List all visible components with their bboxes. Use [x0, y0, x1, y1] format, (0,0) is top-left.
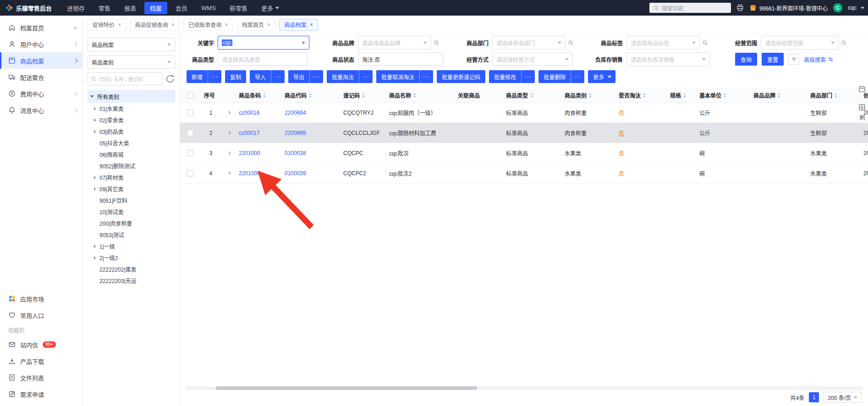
- cell-obsolete-value[interactable]: 否: [619, 110, 624, 117]
- mode-select[interactable]: 请选择经营方式: [492, 52, 573, 66]
- column-header-obsolete[interactable]: 是否淘汰: [615, 91, 666, 99]
- sort-icon[interactable]: [413, 93, 416, 98]
- more-options-icon[interactable]: ···: [271, 73, 285, 80]
- sidebar-item-0[interactable]: 档案首页«: [0, 19, 82, 36]
- close-icon[interactable]: ×: [309, 22, 313, 28]
- tab-1[interactable]: 商品促销查询×: [130, 19, 180, 31]
- search-icon[interactable]: [568, 40, 574, 46]
- tab-3[interactable]: 档案首页×: [237, 19, 276, 31]
- tree-item-4[interactable]: 06|微商城: [88, 149, 175, 160]
- column-header-unit[interactable]: 基本单位: [696, 91, 750, 99]
- sort-icon[interactable]: [683, 93, 686, 98]
- column-header-brand[interactable]: 商品品牌: [750, 91, 807, 99]
- status-input[interactable]: 淘汰:否: [358, 52, 443, 66]
- column-header-spec[interactable]: 规格: [666, 91, 696, 99]
- table-row-1[interactable]: 1cz000162200694CQCQTRYJcqc前腿肉（一级）标准商品肉食称…: [180, 103, 868, 123]
- select-all-checkbox[interactable]: [187, 92, 193, 99]
- expand-icon[interactable]: [94, 187, 96, 191]
- search-icon[interactable]: [434, 40, 439, 46]
- sidebar-tool-3[interactable]: 需求申请: [0, 386, 82, 402]
- tree-item-8[interactable]: 9051|F饮料: [88, 195, 175, 206]
- grid-icon[interactable]: [858, 104, 866, 111]
- expand-row-icon[interactable]: [226, 172, 231, 175]
- topnav-item-1[interactable]: 零售: [93, 2, 116, 14]
- horizontal-scrollbar-thumb[interactable]: [216, 386, 477, 390]
- sort-icon[interactable]: [309, 93, 312, 98]
- toolbar-button-5[interactable]: 批量取消淘汰···: [376, 70, 433, 83]
- column-header-type[interactable]: 商品类型: [502, 91, 561, 99]
- sidebar-item-5[interactable]: 消息中心: [0, 102, 82, 118]
- sidebar-shortcut-1[interactable]: 常用入口: [0, 307, 82, 323]
- close-icon[interactable]: ×: [225, 22, 228, 28]
- topnav-item-5[interactable]: WMS: [196, 3, 221, 13]
- printer-icon[interactable]: [736, 4, 744, 11]
- department-select[interactable]: 请选择商品部门: [492, 36, 566, 50]
- cell-obsolete-value[interactable]: 否: [619, 171, 624, 177]
- toolbar-button-6[interactable]: 批量更新速记码: [437, 70, 485, 83]
- sidebar-tool-2[interactable]: 文件列表: [0, 369, 82, 386]
- table-row-2[interactable]: 2cz000172200695CQCLCCLJGFcqc腊肠材料加工费标准商品肉…: [180, 123, 868, 143]
- sidebar-item-3[interactable]: 配送聚合: [0, 69, 82, 85]
- more-options-icon[interactable]: ···: [310, 73, 323, 80]
- tree-item-12[interactable]: 1|一级: [88, 240, 175, 252]
- sidebar-shortcut-0[interactable]: 应用市场: [0, 290, 82, 307]
- column-header-department[interactable]: 商品部门: [807, 91, 860, 99]
- expand-icon[interactable]: [94, 245, 96, 248]
- tree-item-3[interactable]: 05|抖音大类: [88, 137, 175, 149]
- tenant-switcher[interactable]: 99661-新界面环境-管理中心: [749, 4, 828, 12]
- expand-icon[interactable]: [94, 130, 96, 133]
- expand-icon[interactable]: [94, 256, 96, 260]
- tree-item-5[interactable]: 9052|删除测试: [88, 160, 175, 172]
- sort-icon[interactable]: [362, 93, 365, 98]
- cell-code-value[interactable]: 0100038: [285, 150, 306, 156]
- page-1-button[interactable]: 1: [809, 392, 819, 402]
- row-checkbox[interactable]: [187, 130, 193, 136]
- tab-0[interactable]: 促销特价×: [88, 19, 126, 31]
- sidebar-item-4[interactable]: 费用中心: [0, 85, 82, 102]
- sort-icon[interactable]: [724, 93, 726, 98]
- sidebar-item-2[interactable]: 商品档案: [0, 52, 82, 69]
- close-icon[interactable]: ×: [267, 22, 271, 28]
- more-options-icon[interactable]: ···: [522, 73, 535, 80]
- reset-button[interactable]: 重置: [762, 53, 784, 66]
- more-options-icon[interactable]: ···: [571, 73, 584, 80]
- more-options-icon[interactable]: ···: [359, 73, 373, 80]
- column-header-category[interactable]: 商品类别: [561, 91, 615, 99]
- archive-select[interactable]: 商品档案: [88, 38, 175, 51]
- search-icon[interactable]: [702, 40, 708, 46]
- more-options-icon[interactable]: ···: [208, 73, 221, 80]
- close-icon[interactable]: ×: [171, 22, 175, 28]
- table-row-3[interactable]: 322010000100038CQCPCcqc批次标准商品水果类否碗水果类202: [180, 143, 868, 163]
- tree-root-all-categories[interactable]: 所有类别: [88, 90, 175, 103]
- expand-icon[interactable]: [94, 176, 96, 179]
- sort-icon[interactable]: [835, 93, 837, 98]
- sort-icon[interactable]: [778, 93, 780, 98]
- cell-barcode-value[interactable]: cz00017: [239, 130, 259, 136]
- cell-barcode-value[interactable]: 2201000: [239, 170, 260, 177]
- tree-item-2[interactable]: 03|奶品类: [88, 126, 175, 137]
- expand-icon[interactable]: [94, 107, 96, 111]
- category-search-input[interactable]: 代码 | 名称 | 速记码: [88, 72, 162, 85]
- toolbar-button-3[interactable]: 导出···: [288, 70, 323, 83]
- category-mode-select[interactable]: 商品类别: [88, 55, 175, 69]
- more-options-icon[interactable]: ···: [420, 73, 433, 80]
- row-checkbox[interactable]: [187, 110, 193, 116]
- cell-barcode-value[interactable]: cz00016: [239, 110, 259, 116]
- tree-item-7[interactable]: 09|其它类: [88, 183, 175, 195]
- user-menu[interactable]: cqc: [848, 5, 864, 11]
- brand-select[interactable]: 请选择商品品牌: [358, 36, 431, 50]
- tree-item-9[interactable]: 10|测试类: [88, 206, 175, 217]
- tab-2[interactable]: 已结账单查询×: [183, 19, 233, 31]
- row-checkbox[interactable]: [187, 170, 193, 177]
- toolbar-button-9[interactable]: 更多: [588, 70, 615, 83]
- toolbar-button-8[interactable]: 批量删除···: [538, 70, 584, 83]
- column-header-name[interactable]: 商品名称: [385, 91, 454, 99]
- column-header-mnemonic[interactable]: 速记码: [340, 91, 385, 99]
- page-size-select[interactable]: 200 条/页: [824, 392, 862, 403]
- sort-icon[interactable]: [530, 93, 533, 98]
- toolbar-button-1[interactable]: 复制: [225, 70, 246, 83]
- refresh-label[interactable]: 刷: [858, 115, 866, 120]
- cell-code-value[interactable]: 0100039: [285, 170, 306, 177]
- sidebar-item-1[interactable]: 用户中心: [0, 36, 82, 52]
- tree-item-15[interactable]: 22222203|天运: [88, 275, 175, 286]
